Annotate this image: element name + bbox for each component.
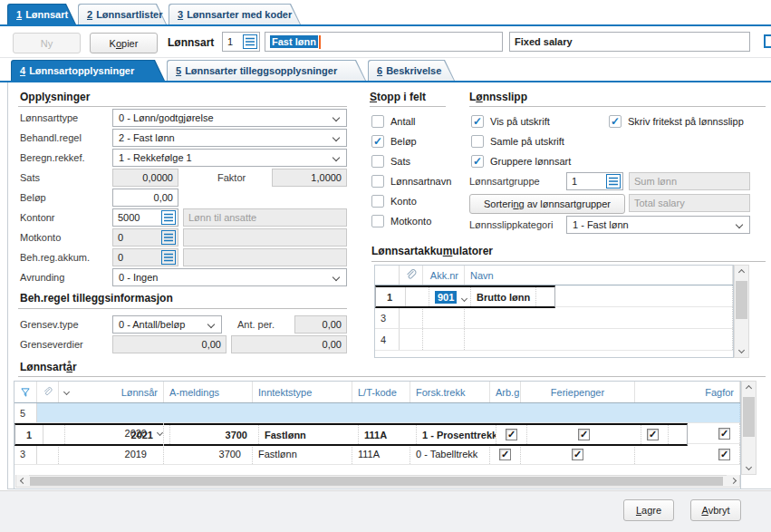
grenseverdi2-input[interactable]: 0,00 [231,335,347,353]
akknr-column-header[interactable]: Akk.nr [423,266,465,285]
checkbox[interactable] [471,155,484,168]
grid-checkbox[interactable]: ✓ [499,449,511,460]
navn-cell[interactable]: Brutto lønn [471,287,536,306]
navn-cell[interactable] [465,307,733,328]
checkbox-sats[interactable]: Sats [371,155,410,168]
ltkode-column-header[interactable]: L/T-kode [352,382,410,402]
lookup-list-icon[interactable] [161,230,176,245]
checkbox[interactable] [471,135,484,148]
feriepenger-column-header[interactable]: Feriepenger [521,382,635,402]
behandlregel-select[interactable]: 2 - Fast lønn [112,129,347,147]
checkbox[interactable] [471,115,484,128]
lonnsar-column-header[interactable]: Lønnsår [59,382,164,402]
lookup-list-icon[interactable] [161,210,176,225]
lonnsartar-new-row[interactable]: 5 [14,403,740,423]
sats-input[interactable]: 0,0000 [112,169,178,187]
akkumulator-row[interactable]: 4 [375,329,733,351]
fagfor-column-header[interactable]: Fagfor [635,382,740,402]
checkbox[interactable] [371,115,384,128]
scroll-thumb[interactable] [743,397,755,437]
forsktrekk-cell[interactable]: 1 - Prosenttrekk [417,425,496,444]
filter-icon[interactable] [14,382,37,402]
lonnsartar-row[interactable]: 320193700Fastlønn111A0 - Tabelltrekk✓✓✓ [14,444,740,465]
save-button[interactable]: Lagre [623,499,674,521]
lonnsartar-scrollbar[interactable] [741,381,757,475]
forsktrekk-cell[interactable]: 0 - Tabelltrekk [410,444,490,464]
checkbox-antall[interactable]: Antall [371,115,416,128]
horizontal-scrollbar[interactable] [15,475,740,488]
lonnsart-name-english-input[interactable]: Fixed salary [509,32,750,52]
checkbox-motkonto[interactable]: Motkonto [371,215,431,227]
avrunding-select[interactable]: 0 - Ingen [112,268,347,286]
sortering-button[interactable]: Sortering av lønnsartgrupper [469,194,625,214]
beregnrekkef-select[interactable]: 1 - Rekkefølge 1 [112,149,347,167]
checkbox[interactable] [371,215,384,227]
antper-input[interactable]: 0,00 [294,315,347,334]
arbg-column-header[interactable]: Arb.g [490,382,521,402]
akkumulator-row[interactable]: 3 [375,307,733,329]
akkumulatorer-scrollbar[interactable] [734,265,749,358]
grid-checkbox[interactable]: ✓ [718,449,730,460]
tab-tilleggsopplysninger[interactable]: 5Lønnsarter tilleggsopplysninger [167,60,366,81]
lonnsart-name-input[interactable]: Fast lønn [265,32,503,52]
motkonto-input[interactable]: 0 [112,228,178,247]
lookup-list-icon[interactable] [243,34,257,49]
akknr-cell[interactable] [423,329,465,350]
inntektstype-column-header[interactable]: Inntektstype [253,382,352,402]
tab-lonnsartopplysninger[interactable]: 4Lønnsartopplysninger [11,60,165,81]
lonnsarttype-select[interactable]: 0 - Lønn/godtgjørelse [112,109,347,127]
checkbox-samle-pa-utskrift[interactable]: Samle på utskrift [471,135,564,148]
checkbox-gruppere-lonnsart[interactable]: Gruppere lønnsart [471,155,571,168]
behregakkum-input[interactable]: 0 [112,248,178,266]
grid-checkbox[interactable]: ✓ [572,449,583,460]
navn-column-header[interactable]: Navn [465,266,733,285]
lonnsar-cell[interactable]: 2020 [59,423,164,443]
scroll-thumb[interactable] [30,477,723,486]
checkbox[interactable] [371,135,384,148]
checkbox-lonnsartnavn[interactable]: Lønnsartnavn [371,175,451,188]
navn-cell[interactable] [465,329,733,350]
scroll-right-button[interactable] [727,475,739,487]
amelding-cell[interactable]: 3700 [170,425,259,444]
lonnsslippkategori-select[interactable]: 1 - Fast lønn [566,216,750,234]
checkbox-vis-pa-utskrift[interactable]: Vis på utskrift [471,115,550,128]
amelding-column-header[interactable]: A-meldings [164,382,253,402]
note-icon[interactable] [764,34,771,48]
grid-checkbox[interactable]: ✓ [647,429,659,440]
scroll-down-button[interactable] [742,460,756,474]
lookup-list-icon[interactable] [161,250,176,265]
akknr-cell[interactable] [423,307,465,328]
checkbox[interactable] [371,195,384,208]
cancel-button[interactable]: Avbryt [690,499,741,521]
new-button[interactable]: Ny [13,33,81,53]
akkumulator-row[interactable]: 1901Brutto lønn [375,285,555,308]
checkbox[interactable] [371,155,384,168]
forsktrekk-column-header[interactable]: Forsk.trekk [410,382,490,402]
lonnsartgruppe-input[interactable]: 1 [566,172,623,190]
tab-lonnsart[interactable]: 1Lønnsart [7,4,76,24]
lonnsart-number-input[interactable]: 1 [222,32,260,52]
grid-checkbox[interactable]: ✓ [718,428,730,440]
checkbox[interactable] [609,115,622,128]
belop-input[interactable]: 0,00 [112,189,178,207]
checkbox-konto[interactable]: Konto [371,195,417,208]
ltkode-cell[interactable]: 111A [359,425,417,444]
inntektstype-cell[interactable]: Fastlønn [259,425,359,444]
grid-checkbox[interactable]: ✓ [578,429,590,440]
lonnsar-cell[interactable]: 2019 [59,444,164,464]
scroll-up-button[interactable] [742,382,756,395]
akknr-cell[interactable]: 901 [429,287,471,306]
tab-lonnsartlister[interactable]: 2Lønnsartlister [78,4,167,24]
grensevtype-select[interactable]: 0 - Antall/beløp [112,315,222,334]
ltkode-cell[interactable]: 111A [352,444,410,464]
inntektstype-cell[interactable]: Fastlønn [253,444,352,464]
scroll-up-button[interactable] [735,266,748,279]
checkbox[interactable] [371,175,384,188]
grid-checkbox[interactable]: ✓ [506,429,517,440]
amelding-cell[interactable]: 3700 [164,444,253,464]
checkbox-belop[interactable]: Beløp [371,135,417,148]
scroll-left-button[interactable] [16,475,29,487]
tab-lonnsarter-med-koder[interactable]: 3Lønnsarter med koder [169,4,301,24]
scroll-thumb[interactable] [736,281,747,319]
grenseverdi1-input[interactable]: 0,00 [112,335,226,353]
